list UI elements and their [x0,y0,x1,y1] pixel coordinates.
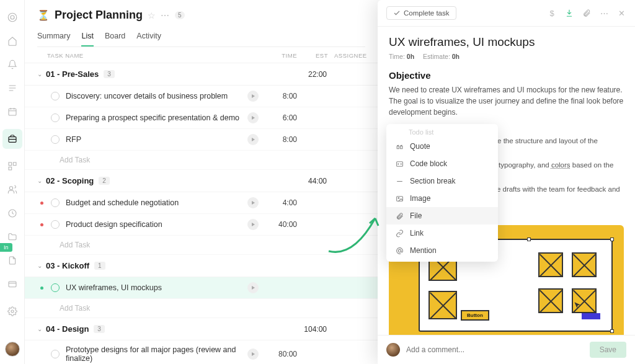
add-task-button[interactable]: Add Task [25,299,378,318]
svg-rect-2 [9,109,16,115]
task-row[interactable]: Budget and schedule negotiation 4:00 [25,192,378,214]
section-title: 04 - Design [46,324,89,334]
code-icon [395,159,404,168]
menu-item-image[interactable]: Image [386,190,498,207]
nav-rail: In [0,0,25,364]
section-row[interactable]: ⌄ 04 - Design 3 104:00 [25,318,378,340]
task-checkbox[interactable] [51,92,60,100]
task-row[interactable]: RFP 8:00 [25,129,378,151]
priority-dot [37,223,46,226]
section-row[interactable]: ⌄ 03 - Kickoff 1 [25,255,378,277]
play-icon[interactable] [247,219,259,230]
more-icon[interactable]: ⋯ [161,11,170,20]
task-name: Discovery: uncover details of business p… [66,92,247,100]
menu-item-link[interactable]: Link [386,224,498,242]
complete-task-button[interactable]: Complete task [386,6,456,20]
link-icon [395,229,404,237]
task-checkbox[interactable] [51,135,60,144]
svg-rect-6 [9,167,12,170]
comment-avatar-icon [386,343,400,357]
user-avatar-icon[interactable] [5,342,20,357]
add-task-button[interactable]: Add Task [25,151,378,170]
briefcase-icon[interactable] [2,129,22,149]
task-checkbox[interactable] [51,350,60,358]
image-icon [395,194,404,203]
play-icon[interactable] [247,348,259,360]
close-icon[interactable]: ✕ [616,8,626,18]
menu-item-quote[interactable]: Quote [386,138,498,155]
chevron-down-icon: ⌄ [37,71,46,78]
task-checkbox[interactable] [51,113,60,122]
panel-more-icon[interactable]: ⋯ [599,8,609,18]
save-button[interactable]: Save [590,342,626,358]
menu-item-code-block[interactable]: Code block [386,155,498,172]
view-tabs: SummaryListBoardActivity [37,28,365,47]
task-name: Prototype designs for all major pages (r… [66,345,247,363]
svg-point-0 [8,13,17,22]
menu-item-faded: Todo list [386,127,498,138]
clock-icon[interactable] [6,207,19,220]
section-row[interactable]: ⌄ 02 - Scoping 2 44:00 [25,170,378,192]
play-icon[interactable] [247,91,259,102]
menu-item-section-break[interactable]: Section break [386,172,498,190]
section-time: 44:00 [296,177,365,185]
add-task-button[interactable]: Add Task [25,236,378,255]
comment-input[interactable] [406,345,584,354]
priority-dot [37,95,46,98]
play-icon[interactable] [247,112,259,123]
main-content: ⏳ Project Planning ☆ ⋯ 5 SummaryListBoar… [25,0,378,364]
section-row[interactable]: ⌄ 01 - Pre-Sales 3 22:00 [25,63,378,86]
attachment-icon[interactable] [582,8,592,18]
objective-heading: Objective [389,70,624,81]
tab-summary[interactable]: Summary [37,28,70,47]
gear-icon[interactable] [6,305,19,317]
svg-rect-9 [9,282,16,287]
task-row[interactable]: Product design specification 40:00 [25,214,378,236]
task-time: 40:00 [266,220,297,229]
dollar-icon[interactable]: $ [547,8,557,18]
task-row[interactable]: Prototype designs for all major pages (r… [25,340,378,364]
folder-icon[interactable] [6,231,19,243]
svg-point-1 [11,16,14,19]
menu-item-file[interactable]: File [386,207,498,224]
section-time: 104:00 [296,325,365,334]
file-icon [395,211,404,220]
priority-dot [37,138,46,141]
list-icon[interactable] [6,82,19,94]
svg-point-10 [11,310,14,313]
priority-dot [37,353,46,356]
project-count-badge: 5 [175,11,185,19]
people-icon[interactable] [6,184,19,196]
task-checkbox[interactable] [51,220,60,229]
slash-menu: Todo list QuoteCode blockSection breakIm… [386,124,498,262]
play-icon[interactable] [247,282,259,293]
task-row[interactable]: UX wireframes, UI mockups [25,277,378,299]
section-count-badge: 1 [94,262,105,270]
doc-icon[interactable] [6,254,19,267]
play-icon[interactable] [247,134,259,145]
task-row[interactable]: Discovery: uncover details of business p… [25,86,378,107]
tab-board[interactable]: Board [105,28,125,47]
tab-list[interactable]: List [81,28,93,47]
chevron-down-icon: ⌄ [37,177,46,184]
section-count-badge: 3 [94,325,105,333]
task-time: 4:00 [266,198,297,207]
menu-item-mention[interactable]: Mention [386,242,498,259]
star-icon[interactable]: ☆ [148,11,156,20]
mention-icon [395,246,404,255]
bell-icon[interactable] [6,58,19,71]
task-name: RFP [66,135,247,144]
task-row[interactable]: Preparing a prospect specific presentati… [25,107,378,129]
calendar-icon[interactable] [6,105,19,118]
tab-activity[interactable]: Activity [136,28,161,47]
play-icon[interactable] [247,197,259,208]
home-icon[interactable] [6,35,19,47]
download-icon[interactable] [564,8,574,18]
section-title: 01 - Pre-Sales [46,69,99,79]
task-checkbox[interactable] [51,198,60,207]
task-checkbox[interactable] [51,283,60,292]
wallet-icon[interactable] [6,278,19,290]
task-name: Budget and schedule negotiation [66,198,247,207]
app-logo-icon[interactable] [6,11,19,24]
board-icon[interactable] [6,160,19,172]
